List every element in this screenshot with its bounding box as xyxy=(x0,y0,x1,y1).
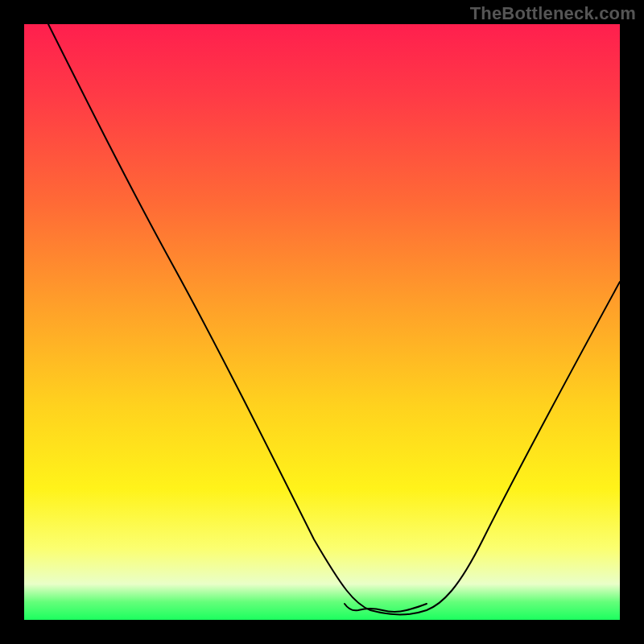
chart-frame: TheBottleneck.com xyxy=(0,0,644,644)
valley-marker xyxy=(345,604,427,612)
watermark-text: TheBottleneck.com xyxy=(470,3,636,24)
curve-path xyxy=(48,24,620,614)
plot-area xyxy=(24,24,620,620)
bottleneck-curve xyxy=(24,24,620,620)
